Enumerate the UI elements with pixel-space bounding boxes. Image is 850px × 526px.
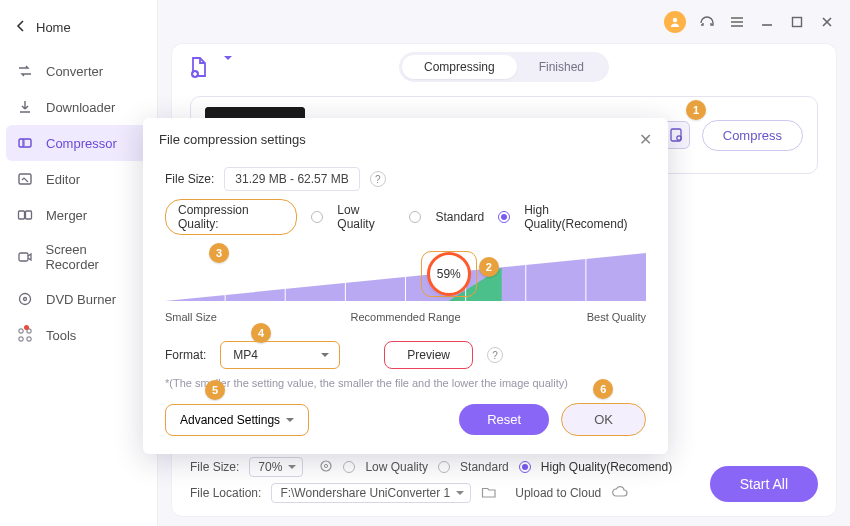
svg-rect-10 [27, 337, 31, 341]
slider-handle[interactable]: 59% [421, 251, 477, 297]
location-label: File Location: [190, 486, 261, 500]
bottom-filesize-select[interactable]: 70% [249, 457, 303, 477]
slider-value: 59% [430, 255, 468, 293]
main-head: Compressing Finished [172, 44, 836, 90]
start-all-button[interactable]: Start All [710, 466, 818, 502]
quality-slider[interactable]: 59% Small Size Recommended Range Best Qu… [165, 245, 646, 323]
sidebar-item-label: Editor [46, 172, 80, 187]
tab-finished[interactable]: Finished [517, 55, 606, 79]
quality-gear-icon[interactable] [319, 459, 333, 476]
slider-track [165, 253, 646, 301]
sidebar-item-screen-recorder[interactable]: Screen Recorder [0, 233, 157, 281]
compression-settings-dialog: File compression settings ✕ File Size: 3… [143, 118, 668, 454]
advanced-settings-button[interactable]: Advanced Settings [165, 404, 309, 436]
sidebar-item-compressor[interactable]: Compressor [6, 125, 151, 161]
tools-icon [16, 326, 34, 344]
bottom-radio-low[interactable] [343, 461, 355, 473]
bottom-bar: File Size: 70% Low Quality Standard High… [190, 454, 818, 506]
sidebar-item-converter[interactable]: Converter [0, 53, 157, 89]
close-icon[interactable] [818, 13, 836, 31]
format-label: Format: [165, 348, 206, 362]
low-label: Low Quality [337, 203, 395, 231]
hamburger-icon[interactable] [728, 13, 746, 31]
filesize-value[interactable]: 31.29 MB - 62.57 MB [224, 167, 359, 191]
radio-low[interactable] [311, 211, 323, 223]
dialog-close-icon[interactable]: ✕ [639, 130, 652, 149]
svg-point-5 [20, 294, 31, 305]
svg-rect-9 [19, 337, 23, 341]
bottom-standard-label: Standard [460, 460, 509, 474]
sidebar-item-merger[interactable]: Merger [0, 197, 157, 233]
compression-quality-label: Compression Quality: [165, 199, 297, 235]
format-select[interactable]: MP4 [220, 341, 340, 369]
slider-label-mid: Recommended Range [350, 311, 460, 323]
back-label: Home [36, 20, 71, 35]
radio-high[interactable] [498, 211, 510, 223]
tab-compressing[interactable]: Compressing [402, 55, 517, 79]
sidebar-item-dvd-burner[interactable]: DVD Burner [0, 281, 157, 317]
standard-label: Standard [435, 210, 484, 224]
headset-icon[interactable] [698, 13, 716, 31]
annotation-6: 6 [593, 379, 613, 399]
ok-button[interactable]: OK [561, 403, 646, 436]
converter-icon [16, 62, 34, 80]
filesize-label: File Size: [165, 172, 214, 186]
back-icon [16, 20, 26, 35]
annotation-5: 5 [205, 380, 225, 400]
sidebar-item-label: Screen Recorder [45, 242, 141, 272]
sidebar-item-label: Merger [46, 208, 87, 223]
download-icon [16, 98, 34, 116]
preview-button[interactable]: Preview [384, 341, 473, 369]
svg-rect-8 [27, 329, 31, 333]
radio-standard[interactable] [409, 211, 421, 223]
annotation-1: 1 [686, 100, 706, 120]
svg-rect-4 [19, 253, 28, 261]
sidebar-item-downloader[interactable]: Downloader [0, 89, 157, 125]
chevron-down-icon[interactable] [224, 60, 232, 75]
help-icon[interactable]: ? [487, 347, 503, 363]
maximize-icon[interactable] [788, 13, 806, 31]
svg-rect-7 [19, 329, 23, 333]
annotation-2: 2 [479, 257, 499, 277]
nav-list: Converter Downloader Compressor Editor M… [0, 53, 157, 353]
sidebar-item-editor[interactable]: Editor [0, 161, 157, 197]
svg-rect-2 [19, 211, 25, 219]
cloud-icon[interactable] [611, 485, 629, 502]
high-label: High Quality(Recomend) [524, 203, 646, 231]
dialog-title: File compression settings [159, 132, 306, 147]
sidebar-item-label: Tools [46, 328, 76, 343]
svg-rect-3 [26, 211, 32, 219]
annotation-4: 4 [251, 323, 271, 343]
upload-cloud-label: Upload to Cloud [515, 486, 601, 500]
chevron-down-icon [286, 418, 294, 426]
svg-rect-14 [671, 129, 681, 141]
help-icon[interactable]: ? [370, 171, 386, 187]
slider-label-left: Small Size [165, 311, 217, 323]
reset-button[interactable]: Reset [459, 404, 549, 435]
minimize-icon[interactable] [758, 13, 776, 31]
bottom-low-label: Low Quality [365, 460, 428, 474]
sidebar-item-tools[interactable]: Tools [0, 317, 157, 353]
bottom-radio-standard[interactable] [438, 461, 450, 473]
svg-rect-12 [793, 18, 802, 27]
bottom-radio-high[interactable] [519, 461, 531, 473]
tabs: Compressing Finished [399, 52, 609, 82]
bottom-high-label: High Quality(Recomend) [541, 460, 672, 474]
svg-point-11 [673, 18, 677, 22]
editor-icon [16, 170, 34, 188]
compress-button[interactable]: Compress [702, 120, 803, 151]
merger-icon [16, 206, 34, 224]
advanced-settings-label: Advanced Settings [180, 413, 280, 427]
open-folder-icon[interactable] [481, 485, 497, 502]
annotation-3: 3 [209, 243, 229, 263]
sidebar-item-label: Converter [46, 64, 103, 79]
sidebar-item-label: DVD Burner [46, 292, 116, 307]
location-select[interactable]: F:\Wondershare UniConverter 1 [271, 483, 471, 503]
bottom-filesize-label: File Size: [190, 460, 239, 474]
sidebar-item-label: Downloader [46, 100, 115, 115]
add-file-icon[interactable] [186, 54, 212, 80]
recorder-icon [16, 248, 33, 266]
avatar[interactable] [664, 11, 686, 33]
back-row[interactable]: Home [0, 10, 157, 53]
window-controls [158, 0, 850, 44]
